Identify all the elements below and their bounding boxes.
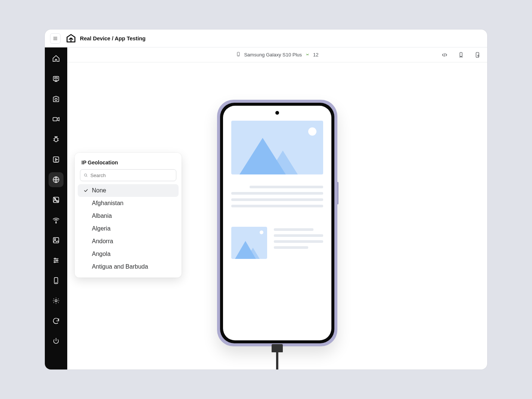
placeholder-hero (231, 121, 323, 174)
search-input[interactable] (90, 173, 173, 178)
sidebar-item-app[interactable] (49, 71, 64, 86)
sidebar-item-device[interactable] (49, 273, 64, 288)
geolocation-item[interactable]: Afghanistan (78, 197, 179, 210)
svg-line-14 (53, 140, 55, 141)
svg-point-11 (54, 137, 58, 142)
svg-point-41 (307, 54, 307, 55)
svg-point-37 (55, 300, 57, 302)
geolocation-item[interactable]: Algeria (78, 222, 179, 235)
svg-line-24 (54, 197, 59, 203)
app-header: Real Device / App Testing (45, 30, 487, 47)
camera-dot-icon (275, 111, 279, 115)
geolocation-item-label: Angola (92, 251, 111, 257)
phone-side-button (337, 182, 338, 204)
sidebar-item-settings-sliders[interactable] (49, 253, 64, 268)
android-icon (305, 52, 310, 58)
svg-point-26 (56, 222, 56, 223)
svg-point-34 (54, 262, 55, 263)
svg-line-50 (86, 176, 87, 177)
sidebar-item-bug[interactable] (49, 132, 64, 147)
geolocation-item-label: Antigua and Barbuda (92, 263, 148, 270)
search-icon (83, 173, 88, 178)
sidebar-item-network[interactable] (49, 213, 64, 228)
svg-rect-10 (53, 117, 57, 121)
geolocation-item-label: Andorra (92, 238, 113, 245)
geolocation-item-label: Albania (92, 213, 112, 219)
svg-point-32 (55, 258, 56, 259)
device-screen[interactable] (223, 106, 331, 340)
svg-line-17 (57, 136, 58, 137)
svg-point-42 (308, 54, 308, 55)
svg-line-43 (306, 53, 307, 54)
sidebar-item-video[interactable] (49, 112, 64, 127)
phone-outline-icon (236, 52, 241, 58)
svg-marker-19 (55, 158, 58, 161)
sidebar-item-screenshot[interactable] (49, 92, 64, 106)
svg-rect-27 (53, 238, 59, 243)
svg-point-49 (84, 174, 87, 176)
app-frame: Real Device / App Testing (45, 30, 487, 369)
placeholder-row (231, 227, 323, 259)
geolocation-list[interactable]: NoneAfghanistanAlbaniaAlgeriaAndorraAngo… (77, 184, 179, 275)
geolocation-item[interactable]: None (78, 184, 179, 197)
geolocation-item[interactable]: Albania (78, 210, 179, 222)
svg-line-12 (53, 139, 55, 139)
sidebar-item-settings[interactable] (49, 293, 64, 308)
devtools-button[interactable] (439, 50, 450, 60)
svg-line-45 (444, 53, 445, 56)
rotate-device-button[interactable] (456, 50, 466, 60)
sidebar-item-files[interactable] (49, 192, 64, 207)
device-name: Samsung Galaxy S10 Plus (244, 52, 302, 58)
sidebar-item-sync[interactable] (49, 313, 64, 328)
sidebar-item-power[interactable] (49, 334, 64, 349)
geolocation-item[interactable]: Antigua and Barbuda (78, 260, 179, 273)
sidebar-item-gallery[interactable] (49, 233, 64, 248)
svg-line-16 (55, 136, 55, 137)
popover-title: IP Geolocation (77, 158, 179, 169)
geolocation-item[interactable]: Angola (78, 248, 179, 260)
svg-point-9 (55, 98, 57, 100)
device-cable (272, 344, 283, 369)
menu-button[interactable] (50, 33, 61, 44)
geolocation-item-label: None (92, 187, 106, 194)
geolocation-item-label: Afghanistan (92, 200, 124, 207)
breadcrumb: Real Device / App Testing (80, 35, 146, 41)
svg-line-13 (58, 139, 59, 139)
check-icon (83, 188, 89, 193)
svg-line-44 (308, 53, 309, 54)
geolocation-item[interactable]: Andorra (78, 235, 179, 248)
svg-line-15 (58, 140, 59, 141)
svg-rect-5 (55, 77, 57, 79)
device-info-bar: Samsung Galaxy S10 Plus 12 (67, 47, 487, 62)
sidebar-item-record[interactable] (49, 152, 64, 167)
svg-point-28 (55, 239, 56, 240)
svg-point-33 (56, 260, 58, 261)
svg-rect-4 (53, 77, 59, 81)
logo-icon (66, 33, 76, 44)
placeholder-lines (231, 186, 323, 207)
os-version: 12 (313, 52, 318, 58)
geolocation-item-label: Algeria (92, 225, 111, 232)
geolocation-popover: IP Geolocation NoneAfghanistanAlbaniaAlg… (75, 153, 182, 278)
sidebar-item-home[interactable] (49, 51, 64, 66)
sidebar (45, 47, 67, 369)
device-mock (217, 100, 337, 346)
sidebar-item-geolocation[interactable] (49, 172, 64, 187)
share-device-button[interactable] (472, 50, 483, 60)
search-input-wrap[interactable] (80, 169, 176, 181)
device-bar-actions (439, 47, 483, 62)
